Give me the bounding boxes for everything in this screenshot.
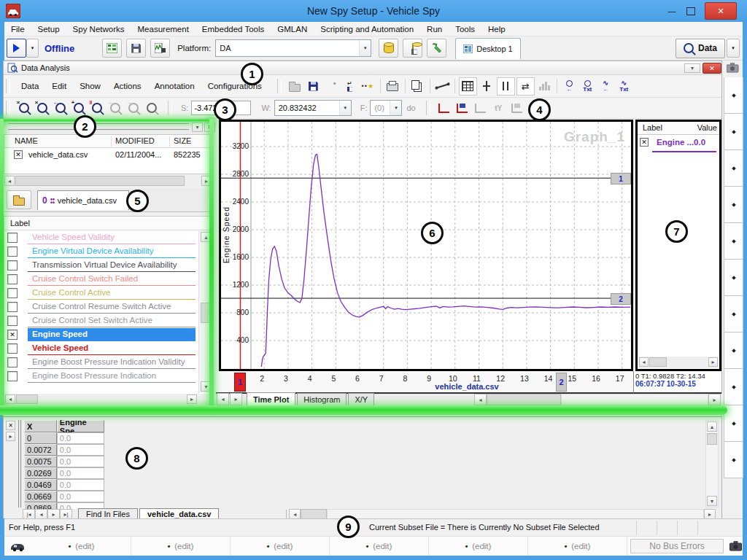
label-row-engine-boost-pressure-indication[interactable]: Engine Boost Pressure Indication bbox=[4, 370, 198, 384]
data-view-button[interactable]: Data bbox=[676, 39, 725, 58]
da-menu-actions[interactable]: Actions bbox=[107, 82, 148, 90]
label-checkbox[interactable] bbox=[7, 316, 18, 326]
axis-ty-button[interactable]: ŧY bbox=[490, 100, 507, 117]
menu-spy-networks[interactable]: Spy Networks bbox=[66, 25, 131, 34]
close-button[interactable]: ✕ bbox=[705, 2, 737, 20]
scroll-left-button[interactable]: ◂ bbox=[4, 176, 15, 186]
panel-grip[interactable] bbox=[18, 420, 22, 508]
scroll-left-button[interactable]: ◂ bbox=[5, 394, 15, 404]
edit-cell-1[interactable]: •(edit) bbox=[32, 537, 131, 556]
file-row[interactable]: ✕ vehicle_data.csv 02/11/2004... 852235 bbox=[4, 149, 212, 162]
label-list-hscrollbar[interactable]: ◂ ▸ bbox=[4, 394, 213, 405]
edit-cell-6[interactable]: •(edit) bbox=[528, 537, 627, 556]
tab-scroll-left[interactable]: ◂ bbox=[217, 393, 229, 405]
label-checkbox[interactable] bbox=[7, 302, 18, 312]
label-row-transmission-virtual-device-availability[interactable]: Transmission Virtual Device Availability bbox=[4, 259, 198, 273]
legend-label-column[interactable]: Label bbox=[643, 123, 662, 132]
w-combobox[interactable]: 20.832432 ▾ bbox=[274, 100, 352, 116]
tab-xy[interactable]: X/Y bbox=[348, 393, 374, 405]
edit-cell-2[interactable]: •(edit) bbox=[131, 537, 231, 556]
scroll-up-button[interactable]: ▴ bbox=[707, 421, 717, 432]
toolbar-grip[interactable] bbox=[426, 101, 430, 115]
menu-setup[interactable]: Setup bbox=[31, 25, 66, 34]
zoom-y-button[interactable]: × bbox=[34, 100, 50, 117]
messages-view-button[interactable] bbox=[102, 39, 122, 58]
strip-button-9[interactable] bbox=[724, 369, 743, 405]
edit-cell-5[interactable]: •(edit) bbox=[429, 537, 528, 556]
label-checkbox[interactable] bbox=[7, 274, 18, 284]
table-row[interactable]: 0.00750.0 bbox=[24, 456, 104, 467]
browse-files-button[interactable] bbox=[7, 190, 31, 209]
marker-tab-2[interactable]: 2 bbox=[611, 293, 631, 305]
label-checkbox[interactable] bbox=[7, 246, 18, 257]
logger-button[interactable] bbox=[150, 39, 170, 58]
edit-cell-4[interactable]: •(edit) bbox=[330, 537, 429, 556]
strip-button-6[interactable] bbox=[724, 260, 743, 296]
edit-cell-3[interactable]: •(edit) bbox=[231, 537, 330, 556]
file-panel-splitter[interactable]: ▾ ✕ bbox=[4, 121, 213, 134]
legend-checkbox[interactable]: ✕ bbox=[640, 138, 649, 147]
dual-cursor-button[interactable] bbox=[497, 77, 515, 96]
graph-hscroll-right[interactable]: ▸ bbox=[708, 394, 721, 405]
strip-button-2[interactable] bbox=[724, 114, 743, 150]
cursor-button[interactable] bbox=[479, 78, 495, 95]
import-button[interactable]: ↵ bbox=[341, 78, 358, 95]
grid-view-button[interactable] bbox=[459, 77, 477, 96]
axis-chart2-button[interactable] bbox=[508, 100, 525, 117]
da-menu-edit[interactable]: Edit bbox=[45, 82, 73, 90]
zoom-box-button[interactable]: + bbox=[70, 100, 87, 117]
label-checkbox[interactable] bbox=[7, 260, 18, 271]
scroll-thumb[interactable] bbox=[649, 357, 667, 367]
label-row-engine-virtual-device-availability[interactable]: Engine Virtual Device Availability bbox=[4, 245, 198, 259]
da-menu-data[interactable]: Data bbox=[15, 82, 45, 90]
reload-wave-button[interactable]: ∿← bbox=[597, 78, 614, 95]
label-checkbox[interactable] bbox=[7, 371, 18, 381]
panel-expand-button[interactable]: ▸ bbox=[6, 432, 15, 441]
table-row[interactable]: 00.0 bbox=[24, 432, 104, 444]
menu-scripting-and-automation[interactable]: Scripting and Automation bbox=[314, 25, 420, 34]
marker-tab-1[interactable]: 1 bbox=[611, 173, 631, 184]
label-list-header[interactable]: Label bbox=[4, 217, 212, 230]
column-name[interactable]: NAME bbox=[15, 136, 38, 145]
graph-hscroll-thumb[interactable] bbox=[487, 394, 561, 405]
tab-vehicle-data-csv[interactable]: 0 vehicle_data.csv bbox=[37, 190, 129, 210]
strip-button-7[interactable] bbox=[724, 296, 743, 332]
label-checkbox[interactable] bbox=[7, 233, 18, 243]
label-row-vehicle-speed[interactable]: Vehicle Speed bbox=[4, 342, 198, 356]
da-menu-show[interactable]: Show bbox=[73, 82, 107, 90]
legend-value-column[interactable]: Value bbox=[697, 123, 717, 132]
save-setup-button[interactable] bbox=[126, 39, 146, 58]
label-checkbox[interactable]: ✕ bbox=[7, 330, 18, 340]
column-x[interactable]: X bbox=[24, 420, 57, 432]
legend-row-engine-speed[interactable]: ✕ Engine ...0.0 bbox=[638, 136, 719, 152]
tools-button[interactable] bbox=[427, 39, 446, 58]
strip-button-8[interactable] bbox=[724, 332, 743, 369]
tab-desktop-1[interactable]: Desktop 1 bbox=[455, 38, 521, 59]
label-row-cruise-control-set-switch-active[interactable]: Cruise Control Set Switch Active bbox=[4, 314, 198, 328]
column-engine-speed[interactable]: Engine Spe bbox=[57, 420, 104, 432]
menu-embedded-tools[interactable]: Embedded Tools bbox=[196, 25, 271, 34]
export-wave-txt-button[interactable]: ∿Txt bbox=[616, 78, 632, 95]
new-annotation-button[interactable]: ••★ bbox=[360, 78, 376, 95]
tab-histogram[interactable]: Histogram bbox=[297, 393, 347, 405]
menu-measurement[interactable]: Measurement bbox=[131, 25, 196, 34]
reload-signal-button[interactable]: ← bbox=[561, 78, 578, 95]
strip-button-11[interactable] bbox=[724, 442, 743, 478]
label-row-cruise-control-switch-failed[interactable]: Cruise Control Switch Failed bbox=[4, 273, 198, 287]
menu-run[interactable]: Run bbox=[420, 25, 449, 34]
toolbar-grip[interactable] bbox=[277, 79, 282, 93]
export-signal-txt-button[interactable]: Txt bbox=[579, 78, 596, 95]
zoom-out-button[interactable]: ← bbox=[107, 100, 123, 117]
menu-tools[interactable]: Tools bbox=[449, 25, 481, 34]
column-size[interactable]: SIZE bbox=[174, 136, 191, 145]
zoom-prev-button[interactable]: → bbox=[125, 100, 142, 117]
scroll-left-button[interactable]: ◂ bbox=[639, 357, 649, 367]
da-collapse-button[interactable]: ▾ bbox=[684, 63, 700, 73]
zoom-cursor-button[interactable]: ‖ bbox=[88, 100, 105, 117]
strip-button-5[interactable] bbox=[724, 223, 743, 260]
maximize-button[interactable] bbox=[683, 4, 699, 18]
graph-plot-area[interactable]: Graph_1 Engine Speed 4008001200160020002… bbox=[219, 120, 633, 371]
file-list-hscrollbar[interactable]: ◂ ▸ bbox=[4, 175, 213, 187]
database-save-button[interactable] bbox=[403, 39, 422, 58]
platform-combobox[interactable]: DA ▾ bbox=[215, 39, 371, 57]
